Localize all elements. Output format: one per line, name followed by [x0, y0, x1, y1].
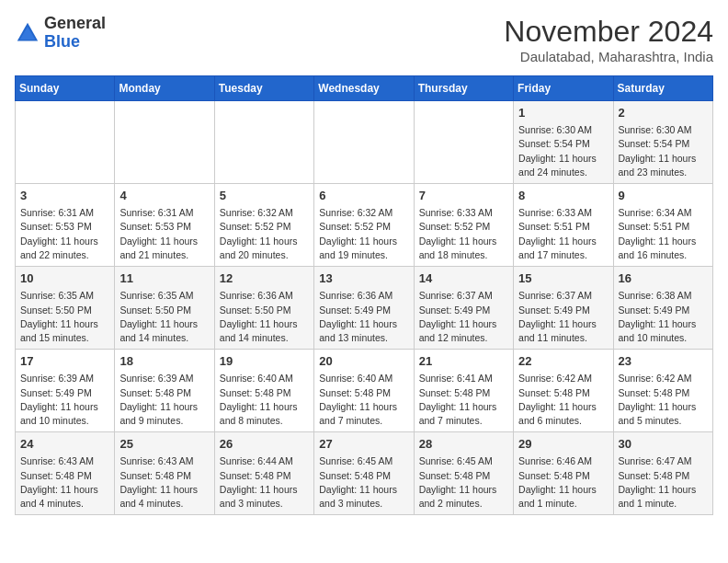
day-info: Sunrise: 6:32 AM Sunset: 5:52 PM Dayligh…	[220, 206, 309, 262]
day-info: Sunrise: 6:30 AM Sunset: 5:54 PM Dayligh…	[518, 123, 608, 179]
calendar-cell	[414, 101, 513, 184]
day-number: 19	[220, 353, 309, 370]
day-number: 24	[20, 436, 109, 453]
week-row-4: 17Sunrise: 6:39 AM Sunset: 5:49 PM Dayli…	[16, 350, 713, 432]
day-info: Sunrise: 6:43 AM Sunset: 5:48 PM Dayligh…	[20, 454, 109, 511]
day-number: 9	[619, 188, 708, 204]
day-info: Sunrise: 6:31 AM Sunset: 5:53 PM Dayligh…	[119, 206, 209, 262]
day-info: Sunrise: 6:44 AM Sunset: 5:48 PM Dayligh…	[220, 454, 309, 511]
day-info: Sunrise: 6:31 AM Sunset: 5:53 PM Dayligh…	[20, 206, 109, 262]
day-info: Sunrise: 6:36 AM Sunset: 5:50 PM Dayligh…	[220, 289, 309, 345]
day-info: Sunrise: 6:35 AM Sunset: 5:50 PM Dayligh…	[119, 289, 209, 345]
calendar-cell	[314, 101, 414, 184]
weekday-header-wednesday: Wednesday	[314, 76, 414, 101]
day-number: 1	[518, 105, 608, 121]
calendar-cell: 22Sunrise: 6:42 AM Sunset: 5:48 PM Dayli…	[514, 350, 613, 432]
calendar-cell: 26Sunrise: 6:44 AM Sunset: 5:48 PM Dayli…	[214, 432, 313, 515]
calendar-cell: 1Sunrise: 6:30 AM Sunset: 5:54 PM Daylig…	[514, 101, 613, 184]
week-row-5: 24Sunrise: 6:43 AM Sunset: 5:48 PM Dayli…	[16, 432, 713, 515]
day-number: 27	[319, 436, 408, 453]
day-number: 2	[619, 105, 708, 121]
week-row-2: 3Sunrise: 6:31 AM Sunset: 5:53 PM Daylig…	[16, 184, 713, 267]
weekday-header-tuesday: Tuesday	[214, 76, 313, 101]
day-number: 15	[518, 270, 608, 287]
week-row-1: 1Sunrise: 6:30 AM Sunset: 5:54 PM Daylig…	[16, 101, 713, 184]
day-number: 5	[220, 188, 309, 204]
calendar-cell	[214, 101, 313, 184]
calendar-cell	[16, 101, 115, 184]
day-info: Sunrise: 6:33 AM Sunset: 5:51 PM Dayligh…	[518, 206, 608, 262]
day-info: Sunrise: 6:37 AM Sunset: 5:49 PM Dayligh…	[419, 289, 508, 345]
weekday-header-thursday: Thursday	[414, 76, 513, 101]
logo-icon	[15, 20, 40, 46]
logo-text: General Blue	[44, 15, 106, 52]
location: Daulatabad, Maharashtra, India	[504, 49, 713, 64]
day-number: 21	[419, 353, 508, 370]
day-number: 11	[119, 270, 209, 287]
day-number: 20	[319, 353, 408, 370]
day-info: Sunrise: 6:37 AM Sunset: 5:49 PM Dayligh…	[518, 289, 608, 345]
day-info: Sunrise: 6:33 AM Sunset: 5:52 PM Dayligh…	[419, 206, 508, 262]
day-number: 26	[220, 436, 309, 453]
day-number: 14	[419, 270, 508, 287]
day-info: Sunrise: 6:40 AM Sunset: 5:48 PM Dayligh…	[220, 372, 309, 428]
title-block: November 2024 Daulatabad, Maharashtra, I…	[504, 15, 713, 64]
calendar-cell: 2Sunrise: 6:30 AM Sunset: 5:54 PM Daylig…	[613, 101, 712, 184]
calendar-cell: 15Sunrise: 6:37 AM Sunset: 5:49 PM Dayli…	[514, 267, 613, 350]
calendar-header: SundayMondayTuesdayWednesdayThursdayFrid…	[16, 76, 713, 101]
calendar-cell: 4Sunrise: 6:31 AM Sunset: 5:53 PM Daylig…	[115, 184, 214, 267]
day-number: 8	[518, 188, 608, 204]
calendar-cell	[115, 101, 214, 184]
day-info: Sunrise: 6:46 AM Sunset: 5:48 PM Dayligh…	[518, 454, 608, 511]
day-number: 16	[619, 270, 708, 287]
calendar-cell: 5Sunrise: 6:32 AM Sunset: 5:52 PM Daylig…	[214, 184, 313, 267]
calendar-table: SundayMondayTuesdayWednesdayThursdayFrid…	[15, 75, 713, 515]
day-number: 10	[20, 270, 109, 287]
calendar-cell: 14Sunrise: 6:37 AM Sunset: 5:49 PM Dayli…	[414, 267, 513, 350]
day-info: Sunrise: 6:47 AM Sunset: 5:48 PM Dayligh…	[619, 454, 708, 511]
day-info: Sunrise: 6:32 AM Sunset: 5:52 PM Dayligh…	[319, 206, 408, 262]
calendar-cell: 18Sunrise: 6:39 AM Sunset: 5:48 PM Dayli…	[115, 350, 214, 432]
week-row-3: 10Sunrise: 6:35 AM Sunset: 5:50 PM Dayli…	[16, 267, 713, 350]
day-info: Sunrise: 6:38 AM Sunset: 5:49 PM Dayligh…	[619, 289, 708, 345]
day-number: 13	[319, 270, 408, 287]
calendar-cell: 28Sunrise: 6:45 AM Sunset: 5:48 PM Dayli…	[414, 432, 513, 515]
calendar-cell: 3Sunrise: 6:31 AM Sunset: 5:53 PM Daylig…	[16, 184, 115, 267]
weekday-header-sunday: Sunday	[16, 76, 115, 101]
calendar-cell: 27Sunrise: 6:45 AM Sunset: 5:48 PM Dayli…	[314, 432, 414, 515]
day-number: 4	[119, 188, 209, 204]
calendar-cell: 30Sunrise: 6:47 AM Sunset: 5:48 PM Dayli…	[613, 432, 712, 515]
day-number: 30	[619, 436, 708, 453]
day-number: 12	[220, 270, 309, 287]
day-number: 18	[119, 353, 209, 370]
calendar-cell: 23Sunrise: 6:42 AM Sunset: 5:48 PM Dayli…	[613, 350, 712, 432]
day-info: Sunrise: 6:34 AM Sunset: 5:51 PM Dayligh…	[619, 206, 708, 262]
calendar-cell: 25Sunrise: 6:43 AM Sunset: 5:48 PM Dayli…	[115, 432, 214, 515]
day-number: 28	[419, 436, 508, 453]
day-info: Sunrise: 6:35 AM Sunset: 5:50 PM Dayligh…	[20, 289, 109, 345]
calendar-cell: 8Sunrise: 6:33 AM Sunset: 5:51 PM Daylig…	[514, 184, 613, 267]
calendar-cell: 13Sunrise: 6:36 AM Sunset: 5:49 PM Dayli…	[314, 267, 414, 350]
calendar-cell: 29Sunrise: 6:46 AM Sunset: 5:48 PM Dayli…	[514, 432, 613, 515]
day-number: 29	[518, 436, 608, 453]
day-number: 17	[20, 353, 109, 370]
day-info: Sunrise: 6:45 AM Sunset: 5:48 PM Dayligh…	[319, 454, 408, 511]
calendar-cell: 17Sunrise: 6:39 AM Sunset: 5:49 PM Dayli…	[16, 350, 115, 432]
day-info: Sunrise: 6:30 AM Sunset: 5:54 PM Dayligh…	[619, 123, 708, 179]
day-number: 22	[518, 353, 608, 370]
calendar-cell: 20Sunrise: 6:40 AM Sunset: 5:48 PM Dayli…	[314, 350, 414, 432]
day-info: Sunrise: 6:39 AM Sunset: 5:48 PM Dayligh…	[119, 372, 209, 428]
day-number: 3	[20, 188, 109, 204]
day-info: Sunrise: 6:45 AM Sunset: 5:48 PM Dayligh…	[419, 454, 508, 511]
day-number: 25	[119, 436, 209, 453]
calendar-cell: 6Sunrise: 6:32 AM Sunset: 5:52 PM Daylig…	[314, 184, 414, 267]
calendar-cell: 11Sunrise: 6:35 AM Sunset: 5:50 PM Dayli…	[115, 267, 214, 350]
month-year: November 2024	[504, 15, 713, 49]
calendar-cell: 7Sunrise: 6:33 AM Sunset: 5:52 PM Daylig…	[414, 184, 513, 267]
calendar-body: 1Sunrise: 6:30 AM Sunset: 5:54 PM Daylig…	[16, 101, 713, 515]
day-info: Sunrise: 6:42 AM Sunset: 5:48 PM Dayligh…	[619, 372, 708, 428]
weekday-header-row: SundayMondayTuesdayWednesdayThursdayFrid…	[16, 76, 713, 101]
day-info: Sunrise: 6:41 AM Sunset: 5:48 PM Dayligh…	[419, 372, 508, 428]
day-info: Sunrise: 6:36 AM Sunset: 5:49 PM Dayligh…	[319, 289, 408, 345]
weekday-header-friday: Friday	[514, 76, 613, 101]
